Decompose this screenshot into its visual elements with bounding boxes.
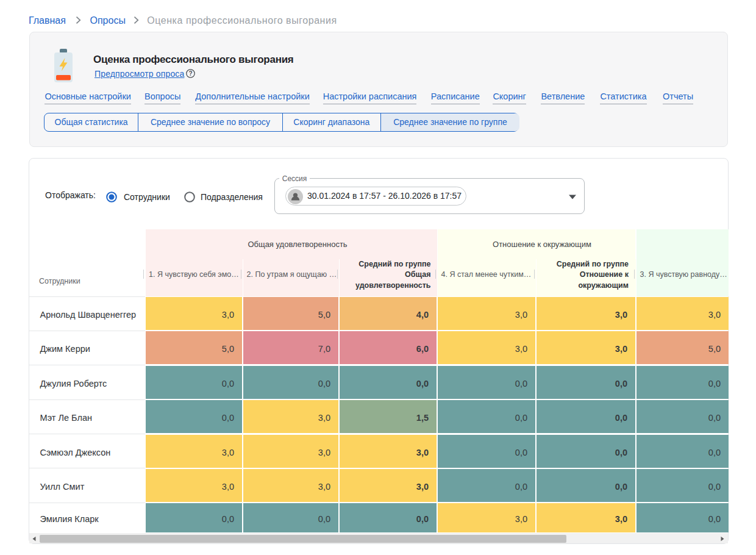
svg-text:?: ? (188, 70, 192, 77)
